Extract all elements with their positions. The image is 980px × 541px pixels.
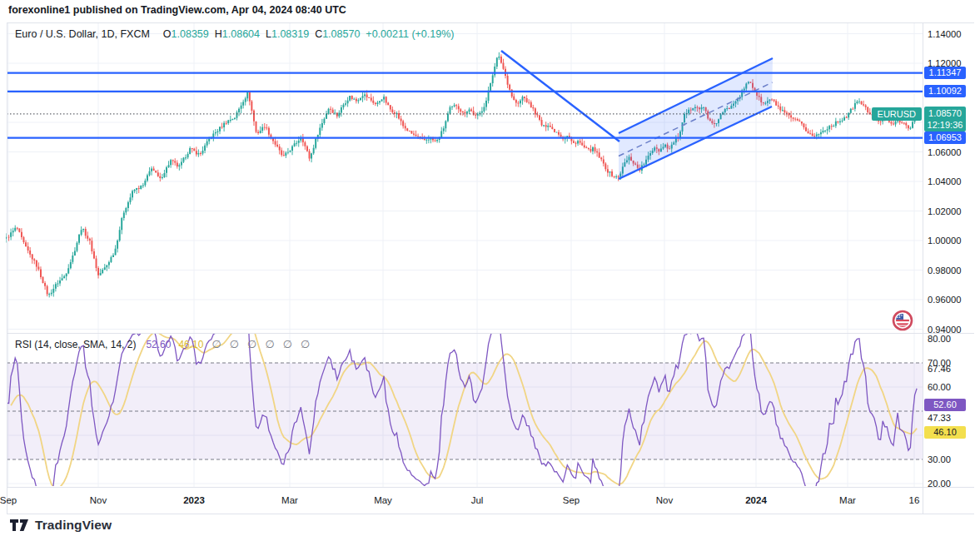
chart-canvas[interactable]: 1.140001.120001.100001.080001.060001.040… <box>0 0 980 541</box>
symbol-title[interactable]: Euro / U.S. Dollar, 1D, FXCM <box>15 28 150 40</box>
rsi-axis-tick: 47.33 <box>928 413 951 423</box>
price-level-badge: 1.10092 <box>924 85 966 97</box>
rsi-axis-tick: 60.00 <box>928 382 951 392</box>
rsi-value-badge: 46.10 <box>924 426 966 439</box>
time-axis-tick: Sep <box>563 495 580 505</box>
time-axis-tick: Jul <box>471 495 484 505</box>
rsi-legend: RSI (14, close, SMA, 14, 2)52.6046.10∅∅∅… <box>15 338 310 350</box>
bar-countdown: 12:19:36 <box>924 119 966 131</box>
symbol-price-label: EURUSD <box>872 107 922 121</box>
candlestick-series[interactable] <box>6 52 918 298</box>
price-axis-tick: 1.14000 <box>928 29 961 39</box>
price-axis-tick: 1.04000 <box>928 176 961 186</box>
tradingview-logo-icon <box>10 519 29 532</box>
ohlc-segment: H1.08604 <box>215 28 260 40</box>
ohlc-segment: O1.08359 <box>163 28 209 40</box>
rsi-axis-tick: 20.00 <box>928 479 951 489</box>
empty-series-icon: ∅ <box>283 338 292 350</box>
ohlc-value: 1.08359 <box>172 28 209 40</box>
price-axis-tick: 1.06000 <box>928 147 961 157</box>
rsi-indicator-title[interactable]: RSI (14, close, SMA, 14, 2) <box>15 339 136 350</box>
ohlc-segment: L1.08319 <box>266 28 309 40</box>
empty-series-icon: ∅ <box>247 338 256 350</box>
time-axis-tick: Mar <box>839 495 856 505</box>
tradingview-published-chart: forexonline1 published on TradingView.co… <box>0 0 980 541</box>
ohlc-value: 1.08604 <box>222 28 260 40</box>
rsi-empty-plots-row: ∅∅∅∅∅∅ <box>203 339 310 350</box>
price-level-badge: 1.11347 <box>924 67 966 79</box>
ohlc-value: 1.08570 <box>322 28 360 40</box>
empty-series-icon: ∅ <box>211 338 221 350</box>
empty-series-icon: ∅ <box>265 338 274 350</box>
price-level-badge: 1.06953 <box>924 132 966 144</box>
last-price-badge: 1.08570 12:19:36 <box>924 107 966 132</box>
symbol-legend: Euro / U.S. Dollar, 1D, FXCMO1.08359H1.0… <box>15 28 460 40</box>
time-axis[interactable]: SepNov2023MarMayJulSepNov2024Mar16 <box>0 495 919 505</box>
time-axis-tick: Nov <box>90 495 107 505</box>
tradingview-wordmark: TradingView <box>35 518 112 533</box>
rsi-axis-tick: 80.00 <box>928 334 951 344</box>
last-price-value: 1.08570 <box>924 107 966 119</box>
price-axis-tick: 0.94000 <box>928 325 961 335</box>
economic-event-flag-icon[interactable] <box>893 311 912 330</box>
empty-series-icon: ∅ <box>230 338 239 350</box>
ohlc-value: +0.00211 (+0.19%) <box>366 28 454 40</box>
time-axis-tick: May <box>374 495 392 505</box>
ohlc-letter: O <box>163 28 172 40</box>
price-axis-tick: 1.00000 <box>928 236 961 246</box>
price-axis-tick: 1.02000 <box>928 206 961 216</box>
footer-brand[interactable]: TradingView <box>10 518 112 533</box>
rsi-value-badge: 52.60 <box>924 399 966 411</box>
ohlc-letter: C <box>315 28 322 40</box>
price-axis[interactable]: 1.140001.120001.100001.080001.060001.040… <box>928 29 961 489</box>
time-axis-tick: Sep <box>0 495 17 505</box>
descending-trendline-drawing[interactable] <box>501 51 619 141</box>
ohlc-letter: H <box>215 28 222 40</box>
rsi-value: 52.60 <box>146 339 171 350</box>
empty-series-icon: ∅ <box>301 338 310 350</box>
published-attribution: forexonline1 published on TradingView.co… <box>8 4 346 16</box>
time-axis-tick: 16 <box>909 495 920 505</box>
time-axis-tick: Nov <box>656 495 674 505</box>
ohlc-segment: +0.00211 (+0.19%) <box>366 28 454 40</box>
time-axis-tick: 2024 <box>745 495 767 505</box>
ohlc-value: 1.08319 <box>271 28 309 40</box>
channel-median-line <box>619 82 773 156</box>
rsi-axis-tick: 30.00 <box>928 454 951 464</box>
time-axis-tick: Mar <box>281 495 298 505</box>
rsi-sma-value: 46.10 <box>178 339 203 350</box>
rsi-axis-tick: 67.46 <box>928 364 951 374</box>
ohlc-segment: C1.08570 <box>315 28 360 40</box>
up-candle-wicks <box>7 52 917 298</box>
price-axis-tick: 0.98000 <box>928 266 961 275</box>
time-axis-tick: 2023 <box>183 495 205 505</box>
parallel-channel-drawing[interactable] <box>619 58 773 179</box>
ohlc-values-row: O1.08359H1.08604L1.08319C1.08570+0.00211… <box>163 28 460 40</box>
ohlc-letter: L <box>266 28 271 40</box>
price-axis-tick: 0.96000 <box>928 295 961 305</box>
